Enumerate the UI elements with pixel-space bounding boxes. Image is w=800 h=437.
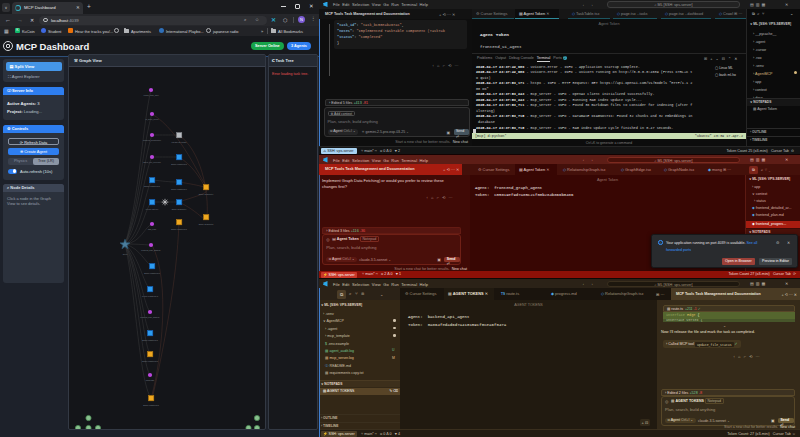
svg-text:agent_role_overview: agent_role_overview: [143, 161, 161, 164]
svg-text:frontend_architecture: frontend_architecture: [143, 139, 161, 142]
svg-text:BTWL registered 5: BTWL registered 5: [143, 404, 159, 406]
svg-text:BTWL registered 5: BTWL registered 5: [171, 228, 187, 230]
svg-text:Seed: Seed: [123, 253, 127, 255]
svg-text:BTWL sergeant 7: BTWL sergeant 7: [199, 193, 214, 195]
svg-text:frontend_plan_strategy: frontend_plan_strategy: [140, 316, 159, 319]
svg-text:BTWL registered 5: BTWL registered 5: [144, 185, 160, 187]
svg-text:tails_path: tails_path: [148, 228, 156, 231]
svg-text:BTWL sergeant 7: BTWL sergeant 7: [172, 208, 187, 210]
svg-text:TO DO list FIRST: TO DO list FIRST: [172, 141, 188, 143]
svg-text:8 TWL last line: 8 TWL last line: [146, 208, 158, 210]
svg-text:artist path: artist path: [146, 379, 154, 381]
svg-text:BTWL registered 5: BTWL registered 5: [142, 339, 158, 341]
svg-text:frontend_plan_strategy: frontend_plan_strategy: [141, 249, 160, 252]
svg-text:BTWL registered 5: BTWL registered 5: [171, 163, 187, 165]
svg-text:BTWL registered 7: BTWL registered 7: [171, 188, 187, 190]
svg-text:BTWL registered 5: BTWL registered 5: [142, 360, 158, 362]
svg-text:config_node_john: config_node_john: [144, 94, 159, 97]
svg-text:BTWL sergeant 5: BTWL sergeant 5: [199, 223, 214, 225]
svg-text:di_silver_seeks: di_silver_seeks: [146, 118, 159, 121]
svg-text:8 TWL registered 5: 8 TWL registered 5: [142, 295, 158, 297]
svg-text:BTWL registered 5: BTWL registered 5: [144, 272, 160, 274]
